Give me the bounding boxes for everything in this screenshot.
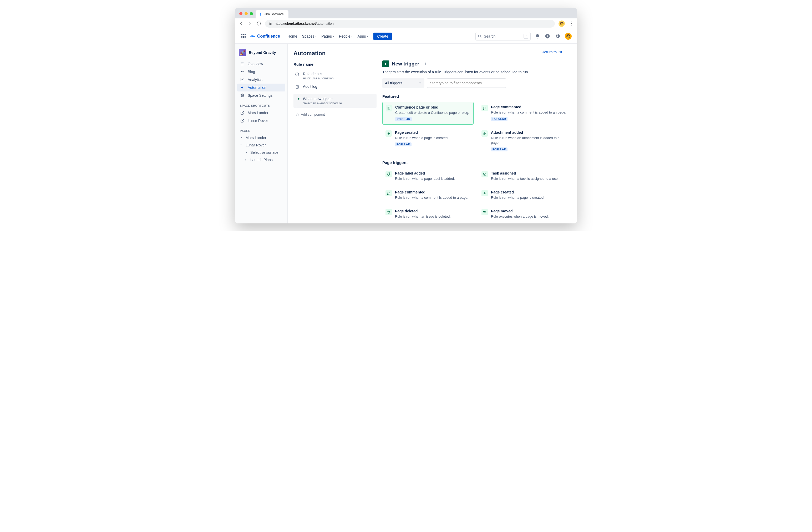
close-window-icon[interactable] xyxy=(239,12,243,15)
confluence-logo[interactable]: Confluence xyxy=(250,34,280,39)
blog-icon xyxy=(240,70,245,74)
trigger-card-page-commented[interactable]: Page commentedRule is run when a comment… xyxy=(478,102,569,124)
rule-step-sub: Select an event or schedule xyxy=(303,102,342,105)
trigger-title: New trigger xyxy=(392,61,419,67)
trigger-card-page-commented[interactable]: Page commentedRule is run when a comment… xyxy=(382,187,474,203)
browser-tab[interactable]: Jira Software xyxy=(256,10,288,18)
nav-apps[interactable]: Apps▾ xyxy=(355,33,370,40)
delete-trigger-icon[interactable] xyxy=(424,62,427,66)
reload-icon[interactable] xyxy=(256,21,261,26)
sidebar-item-label: Analytics xyxy=(248,77,262,82)
shortcut-label: Lunar Rover xyxy=(248,119,268,123)
task-icon xyxy=(481,171,488,177)
back-icon[interactable] xyxy=(238,21,244,26)
external-link-icon xyxy=(240,111,245,115)
forward-icon[interactable] xyxy=(247,21,252,26)
svg-point-0 xyxy=(479,35,481,37)
card-title: Page label added xyxy=(395,171,455,175)
page-tree-selective-surface[interactable]: •Selective surface xyxy=(237,149,285,156)
rule-name-heading: Rule name xyxy=(293,62,377,66)
tree-toggle-icon[interactable]: • xyxy=(245,150,248,154)
rule-step-trigger[interactable]: When: new trigger Select an event or sch… xyxy=(293,94,377,108)
profile-avatar-icon[interactable]: 🧑 xyxy=(559,20,565,27)
page-title: Automation xyxy=(293,50,377,57)
nav-people[interactable]: People▾ xyxy=(337,33,355,40)
trigger-card-page-label-added[interactable]: Page label addedRule is run when a page … xyxy=(382,168,474,184)
filter-components-input[interactable] xyxy=(427,78,506,88)
nav-label: Pages xyxy=(321,34,332,39)
rule-column: Automation Rule name Rule details Actor:… xyxy=(288,44,382,223)
notifications-icon[interactable] xyxy=(534,33,541,40)
trigger-card-page-created[interactable]: Page createdRule is run when a page is c… xyxy=(478,187,569,203)
tag-icon xyxy=(386,171,392,177)
svg-text:?: ? xyxy=(547,35,549,38)
space-name: Beyond Gravity xyxy=(249,50,276,55)
trigger-card-attachment-added[interactable]: Attachment addedRule is run when an atta… xyxy=(478,127,569,154)
audit-log-label: Audit log xyxy=(303,84,317,89)
card-title: Page created xyxy=(395,130,449,135)
nav-home[interactable]: Home xyxy=(285,33,299,40)
tree-toggle-icon[interactable] xyxy=(240,144,244,146)
trigger-card-task-assigned[interactable]: Task assignedRule is run when a task is … xyxy=(478,168,569,184)
page-tree-mars-lander[interactable]: •Mars Lander xyxy=(237,134,285,142)
settings-icon[interactable] xyxy=(554,33,561,40)
page-tree-lunar-rover[interactable]: Lunar Rover xyxy=(237,142,285,149)
popular-badge: POPULAR xyxy=(491,117,508,121)
help-icon[interactable]: ? xyxy=(544,33,551,40)
card-desc: Create, edit or delete a Confluence page… xyxy=(395,110,469,115)
trigger-card-page-deleted[interactable]: Page deletedRule is run when an issue is… xyxy=(382,206,474,222)
chevron-down-icon: ▾ xyxy=(315,35,317,38)
tree-toggle-icon[interactable]: • xyxy=(240,136,244,140)
sidebar-item-analytics[interactable]: Analytics xyxy=(237,76,285,84)
user-avatar-icon[interactable]: 🧑 xyxy=(565,33,572,40)
nav-label: People xyxy=(339,34,350,39)
search-placeholder: Search xyxy=(484,34,495,39)
trigger-type-dropdown[interactable]: All triggers xyxy=(382,78,424,88)
search-input[interactable]: Search / xyxy=(475,32,531,41)
nav-pages[interactable]: Pages▾ xyxy=(319,33,336,40)
shortcut-lunar-rover[interactable]: Lunar Rover xyxy=(237,117,285,124)
card-title: Task assigned xyxy=(491,171,560,175)
sidebar-item-label: Overview xyxy=(248,62,263,66)
create-button[interactable]: Create xyxy=(373,33,392,40)
maximize-window-icon[interactable] xyxy=(250,12,253,15)
popular-badge: POPULAR xyxy=(395,117,412,121)
sidebar-item-automation[interactable]: Automation xyxy=(237,84,285,91)
address-bar[interactable]: https://cloud.atlassian.net/automation xyxy=(265,20,555,28)
shortcuts-heading: SPACE SHORTCUTS xyxy=(240,104,283,107)
page-tree-launch-plans[interactable]: Launch Plans xyxy=(237,156,285,163)
nav-items: HomeSpaces▾Pages▾People▾Apps▾ xyxy=(285,33,370,40)
confluence-icon xyxy=(250,34,256,39)
trigger-card-confluence-page-or-blog[interactable]: Confluence page or blogCreate, edit or d… xyxy=(382,102,474,124)
card-desc: Rule is run when a page is created. xyxy=(491,195,545,200)
search-icon xyxy=(478,34,482,38)
overview-icon xyxy=(240,62,245,66)
trigger-card-page-created[interactable]: Page createdRule is run when a page is c… xyxy=(382,127,474,154)
kebab-menu-icon[interactable] xyxy=(568,21,574,26)
return-to-list-link[interactable]: Return to list xyxy=(541,50,562,54)
card-desc: Rule is run when a comment is added to a… xyxy=(491,110,566,115)
nav-label: Home xyxy=(287,34,297,39)
tree-toggle-icon[interactable] xyxy=(245,159,248,161)
sidebar-item-label: Space Settings xyxy=(248,93,272,98)
window-controls[interactable] xyxy=(239,12,253,15)
lock-icon xyxy=(269,22,272,25)
add-component-button[interactable]: Add component xyxy=(293,108,377,116)
page-label: Selective surface xyxy=(250,150,278,154)
trash-icon xyxy=(386,209,392,215)
shortcut-mars-lander[interactable]: Mars Lander xyxy=(237,109,285,117)
page-label: Mars Lander xyxy=(246,136,266,140)
audit-log-row[interactable]: Audit log xyxy=(293,82,377,91)
sidebar-item-blog[interactable]: Blog xyxy=(237,68,285,76)
app-switcher-icon[interactable] xyxy=(240,33,247,40)
svg-point-7 xyxy=(389,173,389,174)
rule-details-row[interactable]: Rule details Actor: Jira automation xyxy=(293,70,377,82)
space-header[interactable]: 🚀 Beyond Gravity xyxy=(237,47,285,60)
card-desc: Rule is run when a page label is added. xyxy=(395,176,455,181)
sidebar-item-space-settings[interactable]: Space Settings xyxy=(237,91,285,99)
nav-spaces[interactable]: Spaces▾ xyxy=(300,33,319,40)
trigger-card-page-moved[interactable]: Page movedRule executes when a page is m… xyxy=(478,206,569,222)
chevron-down-icon: ▾ xyxy=(333,35,334,38)
minimize-window-icon[interactable] xyxy=(245,12,248,15)
sidebar-item-overview[interactable]: Overview xyxy=(237,60,285,68)
